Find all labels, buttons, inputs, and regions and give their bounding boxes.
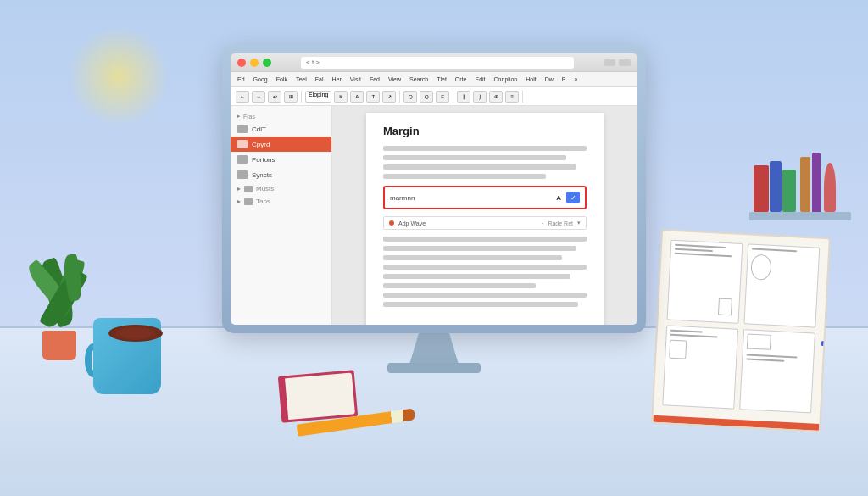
menu-b[interactable]: B	[559, 75, 570, 84]
doc-line-4	[383, 174, 546, 179]
search-confirm-btn[interactable]: ✓	[566, 192, 580, 203]
menu-teel[interactable]: Teel	[292, 75, 310, 84]
app-body: ▸ Fras CdlT Cpyrd Portons	[231, 106, 637, 325]
sidebar-label-cpyrd: Cpyrd	[252, 141, 270, 148]
sidebar-label-cdlt: CdlT	[252, 125, 266, 133]
sidebar-item-portons[interactable]: Portons	[231, 152, 331, 167]
document-title: Margin	[383, 125, 587, 137]
titlebar-btn-2[interactable]	[619, 59, 631, 66]
sun-glow	[68, 25, 170, 127]
shelf-bottle-2	[812, 153, 821, 212]
sidebar-label-syncts: Syncts	[252, 171, 272, 179]
sidebar-item-cpyrd[interactable]: Cpyrd	[231, 137, 331, 152]
doc-line-3	[383, 164, 576, 170]
menu-edit[interactable]: Ed	[234, 75, 248, 84]
toolbar-align-btn[interactable]: ∥	[457, 91, 470, 103]
sketch-lines-4	[743, 333, 810, 409]
toolbar-zoom-in-btn[interactable]: Q	[403, 91, 417, 103]
sidebar-expand-icon-taps	[244, 198, 253, 205]
url-bar[interactable]: < t >	[301, 57, 574, 69]
mug-body	[93, 318, 161, 394]
toolbar-bold-btn[interactable]: K	[334, 91, 348, 103]
menu-holt[interactable]: Holt	[522, 75, 539, 84]
toolbar-back-btn[interactable]: ←	[236, 91, 249, 103]
menu-folk[interactable]: Folk	[273, 75, 291, 84]
notebook	[651, 229, 831, 432]
menu-edit2[interactable]: Edit	[471, 75, 488, 84]
toolbar-size-up-btn[interactable]: ↗	[382, 91, 396, 103]
menu-dw[interactable]: Dw	[542, 75, 557, 84]
toolbar-nav-group: ← → ↩ ⊞	[236, 91, 302, 103]
url-text: < t >	[306, 59, 320, 66]
sidebar-expand-musts[interactable]: ▸ Musts	[231, 182, 331, 195]
sidebar-icon-cpyrd	[237, 140, 248, 148]
shelf-book-1	[754, 165, 769, 212]
shelf-bottle-1	[800, 157, 810, 212]
traffic-light-green[interactable]	[263, 59, 271, 67]
main-content-area: Margin marmnn A ✓	[332, 106, 637, 325]
toolbar-italic-btn[interactable]: A	[350, 91, 364, 103]
search-input-text[interactable]: marmnn	[390, 194, 551, 202]
sidebar-label-portons: Portons	[252, 156, 275, 164]
monitor-screen: < t > Ed Goog Folk Teel Fal Her Visit Fe…	[231, 53, 637, 325]
toolbar-underline-btn[interactable]: T	[366, 91, 380, 103]
replace-label-2: Rade Ret	[548, 220, 573, 226]
sidebar-icon-cdlt	[237, 125, 248, 133]
sidebar-expand-taps[interactable]: ▸ Taps	[231, 195, 331, 208]
sidebar-item-cdlt[interactable]: CdlT	[231, 121, 331, 137]
menu-orte[interactable]: Orte	[452, 75, 470, 84]
sketch-lines-2	[748, 248, 815, 324]
body-line-2	[383, 246, 576, 251]
sketch-lines-3	[667, 330, 734, 405]
body-line-3	[383, 255, 562, 260]
shelf-item-round	[824, 163, 836, 212]
traffic-light-yellow[interactable]	[250, 59, 259, 67]
bookshelf	[749, 51, 851, 220]
body-line-1	[383, 237, 587, 242]
toolbar-forward-btn[interactable]: →	[252, 91, 265, 103]
menu-search[interactable]: Search	[406, 75, 431, 84]
menu-fal[interactable]: Fal	[312, 75, 327, 84]
sketch-cell-3	[662, 325, 738, 409]
background-scene: < t > Ed Goog Folk Teel Fal Her Visit Fe…	[0, 0, 868, 496]
toolbar-refresh-btn[interactable]: ↩	[268, 91, 281, 103]
toolbar-format-btn[interactable]: E	[436, 91, 449, 103]
menu-conplion[interactable]: Conplion	[491, 75, 521, 84]
menu-view[interactable]: View	[385, 75, 404, 84]
menu-more[interactable]: »	[570, 75, 581, 84]
sidebar-item-syncts[interactable]: Syncts	[231, 167, 331, 182]
sidebar-expand-icon-musts	[244, 186, 253, 192]
body-line-4	[383, 265, 587, 270]
toolbar-zoom-out-btn[interactable]: Q	[420, 91, 433, 103]
notebook-sketches	[662, 240, 820, 414]
menu-goog[interactable]: Goog	[250, 75, 271, 84]
titlebar-btn-1[interactable]	[604, 59, 615, 66]
toolbar-link-btn[interactable]: ⊕	[489, 91, 503, 103]
sidebar-section-label: Fras	[243, 114, 255, 120]
replace-dropdown-arrow[interactable]: ▾	[577, 220, 581, 226]
toolbar-edit-group: Q Q E	[403, 91, 453, 103]
titlebar-controls	[604, 59, 631, 66]
menu-tlet[interactable]: Tlet	[433, 75, 450, 84]
sidebar-icon-syncts	[237, 170, 248, 179]
toolbar-font-select[interactable]: Eloping	[305, 91, 331, 103]
coffee-mug	[85, 301, 170, 394]
document-page: Margin marmnn A ✓	[366, 113, 604, 325]
replace-row: Adp Wave · Rade Ret ▾	[383, 216, 587, 230]
toolbar-list-btn[interactable]: ≡	[505, 91, 519, 103]
replace-dot-icon	[389, 220, 394, 226]
menu-her[interactable]: Her	[329, 75, 345, 84]
toolbar-home-btn[interactable]: ⊞	[284, 91, 298, 103]
traffic-light-red[interactable]	[237, 59, 246, 67]
sketch-cell-4	[739, 329, 815, 413]
monitor-frame: < t > Ed Goog Folk Teel Fal Her Visit Fe…	[222, 45, 646, 333]
search-find-box[interactable]: marmnn A ✓	[383, 186, 587, 209]
menu-fed[interactable]: Fed	[366, 75, 383, 84]
body-line-8	[383, 302, 578, 307]
toolbar-insert-btn[interactable]: ∫	[473, 91, 487, 103]
sidebar-expand-label-taps: Taps	[256, 198, 270, 205]
search-format-letter: A	[556, 194, 561, 202]
menu-visit[interactable]: Visit	[347, 75, 364, 84]
body-line-6	[383, 283, 536, 288]
doc-line-2	[383, 155, 566, 160]
